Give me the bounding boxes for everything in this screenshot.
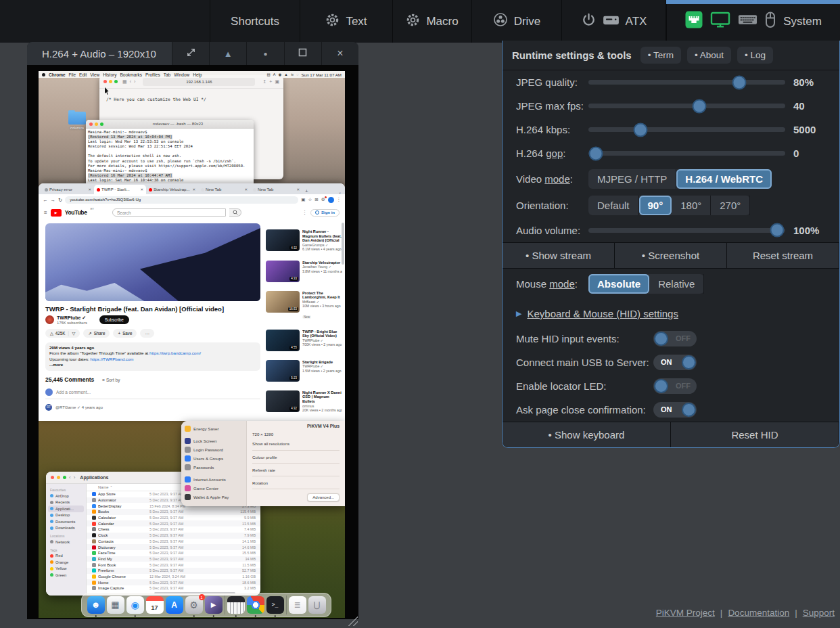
menu-item-macro[interactable]: Macro bbox=[392, 0, 471, 43]
slider-knob[interactable] bbox=[770, 223, 785, 238]
slider-track[interactable] bbox=[588, 104, 785, 108]
youtube-more-icon: ⋮ bbox=[302, 210, 307, 215]
panel-header-button[interactable]: • Term bbox=[640, 47, 681, 64]
remote-desktop-stream[interactable]: ChromeFileEditViewHistoryBookmarksProfil… bbox=[39, 71, 345, 618]
slider-knob[interactable] bbox=[588, 146, 603, 160]
footer-separator: | bbox=[795, 608, 797, 618]
menu-item-system[interactable]: System bbox=[666, 0, 840, 43]
mouse-mode-option[interactable]: Absolute bbox=[588, 274, 649, 294]
sidebar-item-icon bbox=[50, 554, 53, 558]
orientation-option[interactable]: 90° bbox=[639, 196, 672, 215]
video-mode-option[interactable]: H.264 / WebRTC bbox=[676, 169, 772, 189]
settings-item-label: Passwords bbox=[193, 465, 214, 470]
settings-item-icon bbox=[185, 485, 191, 491]
file-app-icon bbox=[92, 563, 96, 567]
remote-menu-item: Profiles bbox=[145, 72, 160, 77]
slider-knob[interactable] bbox=[732, 75, 746, 89]
orientation-option[interactable]: 180° bbox=[672, 196, 711, 215]
toggle-switch[interactable]: ON bbox=[653, 355, 697, 370]
orientation-option[interactable]: 270° bbox=[711, 196, 750, 215]
youtube-related-videos: 4:32 Night Runner - Magnum Bullets (feat… bbox=[266, 229, 342, 421]
toggle-switch[interactable]: OFF bbox=[653, 331, 697, 346]
mouse-mode-option[interactable]: Relative bbox=[649, 274, 704, 294]
settings-item-label: Users & Groups bbox=[193, 456, 223, 461]
menu-item-text[interactable]: Text bbox=[300, 0, 392, 43]
settings-sidebar-item: Users & Groups bbox=[185, 454, 243, 463]
terminal-line: To update your account to use zsh, pleas… bbox=[88, 159, 236, 164]
raise-window-button[interactable]: ▲ bbox=[209, 42, 246, 65]
slider-track[interactable] bbox=[588, 151, 785, 156]
dock-divider bbox=[225, 596, 225, 614]
video-title: Protect The Lamborghini, Keep It bbox=[302, 291, 342, 300]
remote-menu-item: View bbox=[90, 72, 99, 77]
slider-row: H.264 kbps: 5000 bbox=[503, 118, 839, 141]
slider-track[interactable] bbox=[588, 80, 785, 85]
slider-knob[interactable] bbox=[693, 99, 707, 113]
slider-track[interactable] bbox=[588, 228, 785, 233]
display-device-name: PiKVM V4 Plus bbox=[307, 424, 340, 428]
orientation-row: Orientation: Default90°180°270° bbox=[503, 192, 839, 218]
related-video-item: 4:33 Starship Velociraptor Jonathan Youn… bbox=[266, 261, 342, 282]
remote-status-icon: ◉ bbox=[278, 72, 281, 76]
comments-header: 25,445 Comments ≡ Sort by bbox=[45, 376, 260, 383]
video-mode-option[interactable]: MJPEG / HTTP bbox=[588, 169, 676, 189]
remote-menu-item: Window bbox=[174, 72, 189, 77]
thumbs-down-icon: ▽ bbox=[72, 331, 76, 336]
traffic-light-zoom-icon bbox=[100, 122, 103, 126]
stream-window-header[interactable]: H.264 + Audio – 1920x10 ▲ ● × bbox=[27, 42, 358, 65]
menu-item-shortcuts[interactable]: Shortcuts bbox=[210, 0, 300, 43]
runtime-settings-panel: Runtime settings & tools • Term• About• … bbox=[502, 41, 840, 448]
terminal-line: Masina-Mac-mini:~ mdevaev$ bbox=[88, 169, 147, 173]
file-size: 34 MB bbox=[210, 557, 260, 561]
remote-terminal-titlebar: mdevaev — -bash — 80x23 bbox=[86, 120, 254, 129]
orientation-option[interactable]: Default bbox=[588, 196, 639, 215]
original-size-button[interactable]: ● bbox=[246, 42, 283, 65]
stream-window: H.264 + Audio – 1920x10 ▲ ● × ChromeFile… bbox=[27, 42, 358, 619]
window-size-button[interactable] bbox=[284, 42, 321, 65]
hid-action-button[interactable]: Reset HID bbox=[671, 422, 839, 447]
terminal-line: Masina-Mac-mini:~ mdevaev$ bbox=[88, 130, 147, 135]
remote-chrome-window: Privacy error ✕ TWRP - Starli... ✕ bbox=[39, 183, 345, 421]
stream-action-button[interactable]: • Screenshot bbox=[615, 243, 727, 268]
toggle-switch[interactable]: OFF bbox=[653, 378, 697, 394]
support-link[interactable]: Support bbox=[803, 608, 835, 618]
video-title: Night Runner X Danni GSD | Magnum Bullet… bbox=[302, 390, 342, 404]
toggle-switch[interactable]: ON bbox=[653, 402, 697, 418]
video-thumbnail: 16:53 bbox=[266, 291, 300, 313]
file-app-icon bbox=[92, 527, 96, 531]
hid-settings-link[interactable]: Keyboard & Mouse (HID) settings bbox=[527, 308, 678, 319]
panel-title: Runtime settings & tools bbox=[512, 49, 632, 61]
menu-item-atx[interactable]: ATX bbox=[561, 0, 666, 43]
video-thumbnail: 4:55 bbox=[266, 330, 300, 351]
finder-sidebar-entry: Desktop bbox=[48, 512, 84, 519]
video-views: 1.5M views • 2 years ago bbox=[302, 369, 342, 373]
close-window-button[interactable]: × bbox=[321, 42, 358, 65]
dock-icon-chrome bbox=[247, 596, 264, 614]
file-date: 5 Dec 2023, 9:37 AM bbox=[149, 581, 210, 585]
toggle-knob bbox=[682, 355, 696, 369]
audio-volume-label: Audio volume: bbox=[516, 225, 588, 236]
stream-action-button[interactable]: Reset stream bbox=[727, 243, 839, 268]
slider-track[interactable] bbox=[588, 127, 785, 132]
pikvm-project-link[interactable]: PiKVM Project bbox=[656, 608, 715, 618]
triangle-up-icon: ▲ bbox=[224, 49, 233, 59]
finder-file-row: FaceTime 5 Dec 2023, 9:37 AM 15.5 MB bbox=[87, 550, 260, 556]
remote-menubar-status: ▤A◉▲≋◌ Sun 17 Mar 11:07 AM bbox=[267, 72, 342, 77]
fullscreen-button[interactable] bbox=[172, 42, 209, 65]
slider-knob[interactable] bbox=[634, 122, 648, 137]
finder-file-row: Home 5 Dec 2023, 9:37 AM 18.6 MB bbox=[87, 579, 260, 585]
slider-section: JPEG quality: 80% JPEG max fps: 40 H.264… bbox=[503, 70, 839, 165]
slider-value: 5000 bbox=[785, 124, 830, 135]
dock-icon-terminal: >_ bbox=[266, 596, 284, 614]
finder-file-row: Calculator 5 Dec 2023, 9:37 AM 9.9 MB bbox=[87, 515, 260, 521]
panel-header-button[interactable]: • Log bbox=[737, 47, 773, 64]
stream-action-button[interactable]: • Show stream bbox=[503, 243, 615, 268]
menu-item-drive[interactable]: Drive bbox=[471, 0, 561, 43]
file-date: 5 Dec 2023, 9:37 AM bbox=[149, 539, 210, 543]
slider-row: JPEG quality: 80% bbox=[503, 70, 839, 94]
documentation-link[interactable]: Documentation bbox=[728, 608, 789, 618]
panel-header-button[interactable]: • About bbox=[687, 47, 731, 64]
square-icon bbox=[298, 47, 307, 60]
keyboard-icon bbox=[738, 14, 757, 29]
hid-action-button[interactable]: • Show keyboard bbox=[503, 422, 671, 447]
